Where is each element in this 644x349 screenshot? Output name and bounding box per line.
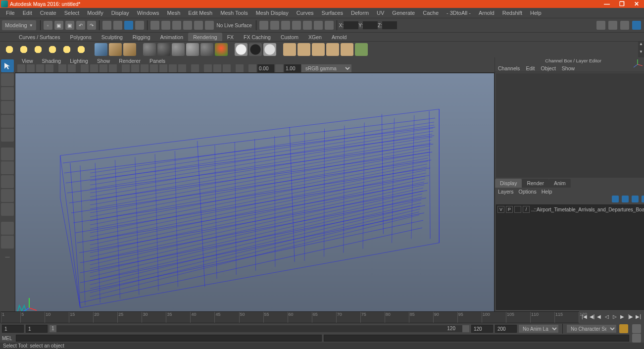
menu-deform[interactable]: Deform [347,9,373,17]
step-forward-key-icon[interactable]: |▶ [628,314,635,321]
2d-texture-icon[interactable] [297,43,310,56]
select-camera-icon[interactable] [17,64,25,72]
shelf-tab-rendering[interactable]: Rendering [188,33,222,41]
make-live-icon[interactable] [205,21,214,30]
3d-texture-icon[interactable] [283,43,296,56]
phong-material-icon[interactable] [172,43,185,56]
menu-edit[interactable]: Edit [19,9,36,17]
render-settings-shelf-icon[interactable] [95,43,107,56]
tool-settings-icon[interactable] [620,21,629,30]
phong-e-material-icon[interactable] [186,43,199,56]
camera-attributes-icon[interactable] [27,64,35,72]
layer-row[interactable]: V P / ..::Airport_Timetable_Arrivals_and… [496,205,644,214]
shelf-tab-custom[interactable]: Custom [276,33,303,41]
anim-layer-select[interactable]: No Anim Layer [519,325,558,333]
save-scene-icon[interactable]: ▣ [65,21,74,30]
motion-trail-icon[interactable] [236,64,244,72]
menu-windows[interactable]: Windows [133,9,163,17]
panel-menu-lighting[interactable]: Lighting [66,57,92,64]
grease-pencil-icon[interactable] [68,64,76,72]
workspace-selector[interactable]: Modeling ▼ [2,20,36,30]
layered-shader-icon[interactable] [235,43,248,56]
use-all-lights-icon[interactable] [169,64,177,72]
panel-menu-shading[interactable]: Shading [38,57,65,64]
menu-file[interactable]: File [2,9,19,17]
menu-create[interactable]: Create [36,9,60,17]
point-light-icon[interactable] [32,43,45,56]
xray-icon[interactable] [204,64,212,72]
film-gate-icon[interactable] [90,64,98,72]
hypershade-shelf-icon[interactable] [123,43,136,56]
four-view-layout[interactable] [1,175,14,188]
redo-icon[interactable]: ↷ [87,21,96,30]
gate-mask-icon[interactable] [109,64,117,72]
batch-render-icon[interactable] [355,43,368,56]
play-forward-icon[interactable]: ▷ [613,314,619,321]
command-type-label[interactable]: MEL [2,336,14,341]
step-back-key-icon[interactable]: ◀| [590,314,596,321]
layer-type-toggle[interactable] [514,206,521,213]
last-tool[interactable] [1,148,14,160]
menu-select[interactable]: Select [60,9,84,17]
layer-playback-toggle[interactable]: P [506,206,513,213]
uv-editor-shelf-icon[interactable] [341,43,353,56]
snap-live-icon[interactable] [194,21,203,30]
exposure-input[interactable] [257,64,274,72]
isolate-select-icon[interactable] [191,64,199,72]
range-start-visible-input[interactable] [26,325,48,333]
channel-menu-channels[interactable]: Channels [498,65,520,71]
select-hierarchy-icon[interactable] [113,21,122,30]
rotate-tool[interactable] [1,115,14,128]
panel-menu-view[interactable]: View [18,57,37,64]
minimize-button[interactable]: — [599,0,614,8]
hypershade-layout[interactable] [1,222,14,235]
script-editor-icon[interactable] [632,334,641,343]
wire-on-shaded-icon[interactable] [150,64,158,72]
menu-modify[interactable]: Modify [83,9,107,17]
view-cube-icon[interactable] [632,58,644,70]
panel-menu-panels[interactable]: Panels [146,57,169,64]
select-object-icon[interactable] [124,21,133,30]
menu-generate[interactable]: Generate [388,9,419,17]
use-background-icon[interactable] [263,43,276,56]
menu-edit-mesh[interactable]: Edit Mesh [184,9,216,17]
shelf-tab-sculpting[interactable]: Sculpting [97,33,128,41]
channel-menu-edit[interactable]: Edit [526,65,535,71]
snap-point-icon[interactable] [172,21,181,30]
shadows-icon[interactable] [178,64,186,72]
hardware-texture-icon[interactable] [141,64,149,72]
paint-select-tool[interactable] [1,87,14,100]
layer-tab-anim[interactable]: Anim [549,179,571,188]
wireframe-icon[interactable] [122,64,130,72]
attribute-editor-icon[interactable] [608,21,617,30]
construction-history-icon[interactable] [259,21,268,30]
directional-light-icon[interactable] [17,43,30,56]
menu-cache[interactable]: Cache [419,9,443,17]
psd-texture-icon[interactable] [326,43,339,56]
layer-menu-layers[interactable]: Layers [498,189,514,195]
single-view-layout[interactable] [1,161,14,174]
shelf-scroll-down-icon[interactable]: ▼ [638,50,644,57]
open-scene-icon[interactable]: ▣ [54,21,63,30]
shelf-tab-animation[interactable]: Animation [155,33,188,41]
range-end-input[interactable] [495,325,517,333]
render-view-icon[interactable] [314,21,323,30]
menu-3dtoall[interactable]: - 3DtoAll - [443,9,475,17]
shelf-tab-polygons[interactable]: Polygons [65,33,96,41]
blinn-material-icon[interactable] [143,43,156,56]
range-track[interactable]: 1 120 [50,325,469,332]
menu-display[interactable]: Display [107,9,133,17]
x-input[interactable] [344,21,358,29]
textured-icon[interactable] [159,64,167,72]
menu-surfaces[interactable]: Surfaces [318,9,347,17]
shelf-tab-fxcaching[interactable]: FX Caching [239,33,276,41]
hypershade-icon[interactable] [303,21,312,30]
character-set-select[interactable]: No Character Set [567,325,616,333]
panel-menu-renderer[interactable]: Renderer [115,57,145,64]
shelf-tab-xgen[interactable]: XGen [303,33,327,41]
select-component-icon[interactable] [135,21,144,30]
menu-mesh[interactable]: Mesh [163,9,184,17]
menu-help[interactable]: Help [526,9,545,17]
auto-keyframe-icon[interactable] [619,324,628,333]
menu-arnold[interactable]: Arnold [475,9,498,17]
